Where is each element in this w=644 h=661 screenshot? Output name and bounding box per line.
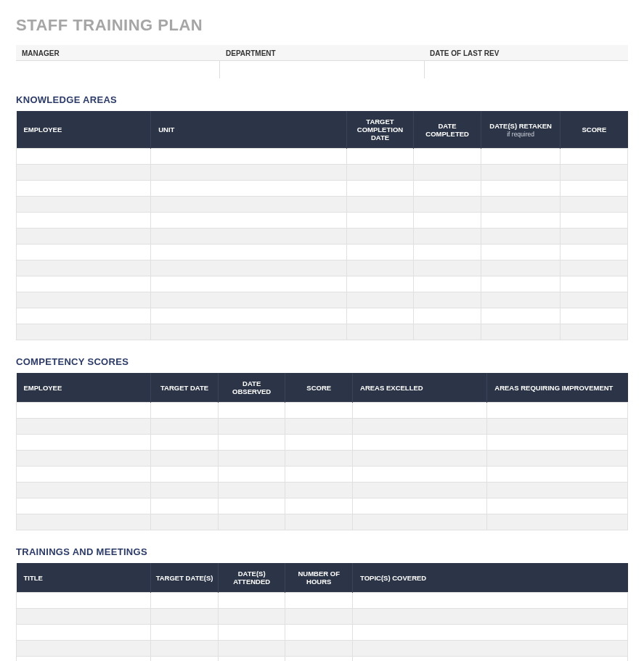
cell-dates_attended[interactable]: [218, 609, 285, 625]
cell-dates_retaken[interactable]: [481, 276, 560, 292]
cell-score[interactable]: [561, 181, 628, 197]
cell-date_observed[interactable]: [218, 483, 285, 498]
cell-dates_retaken[interactable]: [481, 292, 560, 308]
cell-areas_requiring[interactable]: [487, 514, 628, 530]
cell-areas_excelled[interactable]: [353, 498, 487, 514]
cell-unit[interactable]: [151, 213, 346, 229]
cell-areas_excelled[interactable]: [353, 483, 487, 498]
cell-target_date[interactable]: [151, 403, 219, 419]
cell-date_observed[interactable]: [218, 467, 285, 483]
cell-areas_excelled[interactable]: [353, 435, 487, 451]
cell-number_hours[interactable]: [285, 593, 353, 609]
cell-target_dates[interactable]: [151, 593, 219, 609]
cell-target_completion[interactable]: [346, 181, 414, 197]
cell-title[interactable]: [17, 657, 151, 662]
cell-date_completed[interactable]: [414, 260, 481, 276]
cell-target_date[interactable]: [151, 419, 219, 435]
cell-areas_requiring[interactable]: [487, 483, 628, 498]
cell-score[interactable]: [561, 165, 628, 181]
cell-date_observed[interactable]: [218, 403, 285, 419]
cell-score[interactable]: [561, 308, 628, 324]
cell-areas_excelled[interactable]: [353, 514, 487, 530]
cell-target_date[interactable]: [151, 483, 219, 498]
cell-target_completion[interactable]: [346, 324, 414, 340]
cell-unit[interactable]: [151, 260, 346, 276]
cell-target_completion[interactable]: [346, 260, 414, 276]
cell-dates_attended[interactable]: [218, 593, 285, 609]
cell-topics_covered[interactable]: [353, 609, 628, 625]
cell-score[interactable]: [285, 514, 353, 530]
cell-unit[interactable]: [151, 149, 346, 165]
cell-date_completed[interactable]: [414, 245, 481, 260]
cell-score[interactable]: [285, 498, 353, 514]
cell-unit[interactable]: [151, 197, 346, 213]
cell-target_completion[interactable]: [346, 245, 414, 260]
cell-employee[interactable]: [17, 308, 151, 324]
cell-areas_excelled[interactable]: [353, 403, 487, 419]
cell-number_hours[interactable]: [285, 657, 353, 662]
cell-employee[interactable]: [17, 467, 151, 483]
cell-unit[interactable]: [151, 276, 346, 292]
cell-score[interactable]: [285, 403, 353, 419]
cell-employee[interactable]: [17, 324, 151, 340]
cell-score[interactable]: [561, 324, 628, 340]
cell-dates_retaken[interactable]: [481, 197, 560, 213]
cell-topics_covered[interactable]: [353, 641, 628, 657]
cell-date_observed[interactable]: [218, 419, 285, 435]
cell-target_date[interactable]: [151, 514, 219, 530]
cell-employee[interactable]: [17, 165, 151, 181]
cell-date_observed[interactable]: [218, 451, 285, 467]
cell-date_completed[interactable]: [414, 324, 481, 340]
cell-score[interactable]: [561, 292, 628, 308]
cell-score[interactable]: [561, 276, 628, 292]
cell-score[interactable]: [285, 451, 353, 467]
cell-employee[interactable]: [17, 403, 151, 419]
cell-employee[interactable]: [17, 197, 151, 213]
cell-target_completion[interactable]: [346, 229, 414, 245]
cell-unit[interactable]: [151, 308, 346, 324]
cell-title[interactable]: [17, 625, 151, 641]
cell-employee[interactable]: [17, 435, 151, 451]
cell-title[interactable]: [17, 609, 151, 625]
cell-date_completed[interactable]: [414, 197, 481, 213]
cell-employee[interactable]: [17, 419, 151, 435]
cell-dates_retaken[interactable]: [481, 181, 560, 197]
cell-areas_excelled[interactable]: [353, 467, 487, 483]
cell-target_completion[interactable]: [346, 213, 414, 229]
cell-employee[interactable]: [17, 260, 151, 276]
cell-areas_requiring[interactable]: [487, 451, 628, 467]
cell-date_completed[interactable]: [414, 229, 481, 245]
cell-topics_covered[interactable]: [353, 657, 628, 662]
cell-target_date[interactable]: [151, 467, 219, 483]
cell-date_completed[interactable]: [414, 292, 481, 308]
cell-unit[interactable]: [151, 181, 346, 197]
cell-title[interactable]: [17, 641, 151, 657]
cell-score[interactable]: [561, 260, 628, 276]
cell-dates_retaken[interactable]: [481, 308, 560, 324]
cell-areas_requiring[interactable]: [487, 403, 628, 419]
cell-employee[interactable]: [17, 149, 151, 165]
cell-dates_retaken[interactable]: [481, 165, 560, 181]
department-input[interactable]: [220, 61, 424, 78]
cell-score[interactable]: [561, 197, 628, 213]
cell-number_hours[interactable]: [285, 641, 353, 657]
cell-dates_retaken[interactable]: [481, 213, 560, 229]
cell-unit[interactable]: [151, 292, 346, 308]
cell-title[interactable]: [17, 593, 151, 609]
cell-topics_covered[interactable]: [353, 593, 628, 609]
cell-topics_covered[interactable]: [353, 625, 628, 641]
cell-target_dates[interactable]: [151, 609, 219, 625]
cell-employee[interactable]: [17, 292, 151, 308]
cell-target_date[interactable]: [151, 498, 219, 514]
cell-target_completion[interactable]: [346, 165, 414, 181]
cell-date_observed[interactable]: [218, 514, 285, 530]
cell-areas_excelled[interactable]: [353, 419, 487, 435]
cell-number_hours[interactable]: [285, 625, 353, 641]
cell-employee[interactable]: [17, 483, 151, 498]
cell-employee[interactable]: [17, 229, 151, 245]
cell-employee[interactable]: [17, 451, 151, 467]
cell-target_completion[interactable]: [346, 276, 414, 292]
cell-dates_attended[interactable]: [218, 641, 285, 657]
cell-score[interactable]: [561, 229, 628, 245]
cell-areas_excelled[interactable]: [353, 451, 487, 467]
